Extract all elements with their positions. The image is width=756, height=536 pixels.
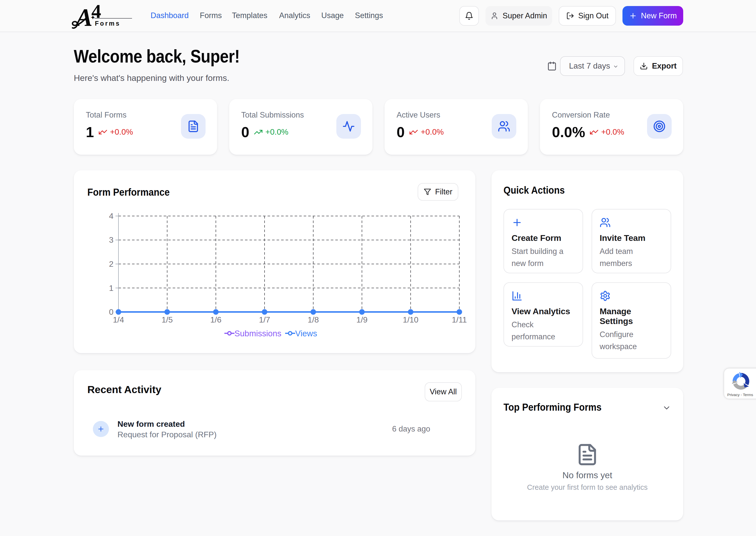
svg-text:1/6: 1/6 [210, 315, 221, 324]
svg-text:1/11: 1/11 [452, 315, 467, 324]
svg-text:1/9: 1/9 [357, 315, 367, 324]
svg-text:3: 3 [109, 235, 113, 244]
svg-text:1/4: 1/4 [113, 315, 124, 324]
svg-text:1/7: 1/7 [259, 315, 270, 324]
svg-text:4: 4 [109, 212, 113, 220]
svg-text:1/10: 1/10 [403, 315, 419, 324]
svg-text:Submissions: Submissions [235, 329, 281, 338]
svg-text:1/5: 1/5 [162, 315, 173, 324]
svg-text:1/8: 1/8 [308, 315, 319, 324]
svg-text:2: 2 [109, 259, 113, 269]
svg-text:1: 1 [109, 284, 113, 293]
svg-text:Views: Views [295, 329, 317, 338]
